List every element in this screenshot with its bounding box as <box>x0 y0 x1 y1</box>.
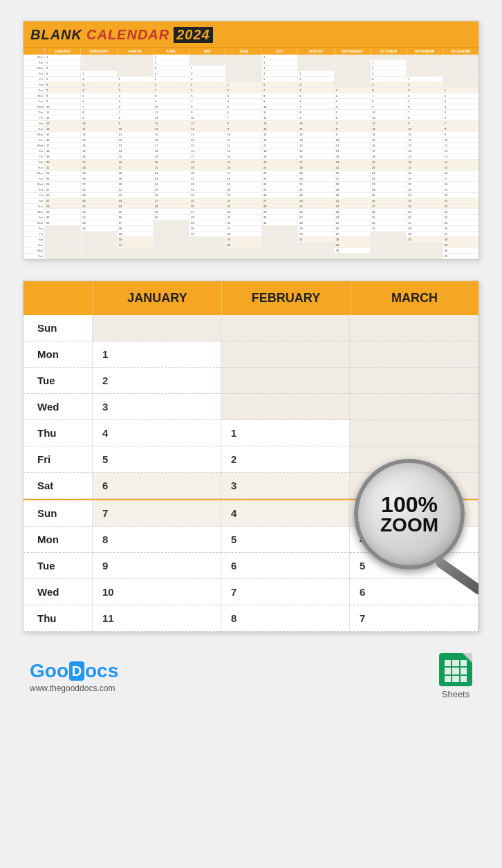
top-day-cell: 8 <box>44 93 80 99</box>
top-day-cell: 10 <box>225 132 261 138</box>
top-day-cell: 14 <box>117 149 153 154</box>
top-day-cell: 20 <box>443 193 478 198</box>
top-day-label: Sat <box>24 160 44 165</box>
zoom-day-label: Wed <box>24 394 93 420</box>
top-day-cell <box>153 248 189 254</box>
magnifier-circle: 100% ZOOM <box>354 459 465 569</box>
top-day-cell: 7 <box>370 93 406 99</box>
top-day-cell: 30 <box>443 248 478 254</box>
top-day-cell: 24 <box>297 198 333 204</box>
top-day-cell: 20 <box>334 193 370 198</box>
top-day-cell: 15 <box>44 132 80 138</box>
top-day-cell: 25 <box>189 198 225 204</box>
top-day-cell: 11 <box>297 126 333 132</box>
top-day-cell <box>261 237 297 243</box>
top-day-cell: 15 <box>261 132 297 138</box>
top-day-cell <box>406 254 442 259</box>
top-day-cell <box>117 66 153 71</box>
grid-cell-8 <box>452 676 458 682</box>
top-day-cell: 28 <box>443 237 478 243</box>
top-day-cell <box>334 71 370 77</box>
top-day-cell <box>153 232 189 237</box>
top-day-cell: 29 <box>44 209 80 215</box>
top-day-cell: 4 <box>297 88 333 93</box>
top-day-cell: 20 <box>44 160 80 165</box>
top-day-cell: 25 <box>334 220 370 226</box>
top-day-cell: 10 <box>189 115 225 121</box>
top-day-cell <box>334 55 370 60</box>
top-day-cell: 25 <box>370 193 406 198</box>
top-day-cell: 26 <box>153 193 189 198</box>
zoom-header: JANUARY FEBRUARY MARCH <box>24 281 478 315</box>
top-day-cell <box>44 237 80 243</box>
top-day-cell <box>189 248 225 254</box>
top-day-label: Fri <box>24 154 44 160</box>
zoom-day-label: Mon <box>24 527 93 553</box>
top-day-cell: 29 <box>153 209 189 215</box>
zoom-day-label: Sun <box>24 499 93 527</box>
top-day-cell: 21 <box>80 182 116 187</box>
top-day-cell: 25 <box>80 204 116 209</box>
top-day-cell: 26 <box>117 215 153 220</box>
top-day-cell <box>406 66 442 71</box>
zoom-cell <box>350 394 478 420</box>
top-day-cell: 10 <box>261 104 297 110</box>
zoom-day-label: Thu <box>24 420 93 446</box>
top-day-cell: 8 <box>334 126 370 132</box>
top-day-cell: 4 <box>334 104 370 110</box>
top-day-cell: 11 <box>80 126 116 132</box>
top-day-cell: 12 <box>225 143 261 149</box>
top-day-cell: 31 <box>443 254 478 259</box>
top-day-cell: 28 <box>297 220 333 226</box>
top-day-cell: 25 <box>225 215 261 220</box>
top-day-cell: 6 <box>261 82 297 88</box>
top-day-cell: 2 <box>406 82 442 88</box>
top-day-cell: 4 <box>44 71 80 77</box>
top-day-cell: 2 <box>443 93 478 99</box>
top-day-cell: 24 <box>225 209 261 215</box>
top-day-cell: 13 <box>44 121 80 126</box>
gooddocs-logo: Goo D ocs <box>30 660 118 682</box>
top-day-cell: 7 <box>117 110 153 115</box>
top-day-cell: 29 <box>80 226 116 232</box>
top-day-label: Fri <box>24 115 44 121</box>
top-day-cell: 5 <box>443 110 478 115</box>
top-day-cell: 21 <box>370 171 406 176</box>
top-day-cell: 19 <box>406 176 442 182</box>
top-day-cell: 20 <box>261 160 297 165</box>
top-day-cell: 21 <box>117 187 153 193</box>
top-day-cell <box>117 254 153 259</box>
top-day-cell: 7 <box>406 110 442 115</box>
top-day-cell: 16 <box>117 160 153 165</box>
top-day-cell: 24 <box>370 187 406 193</box>
top-day-cell <box>334 60 370 66</box>
top-day-cell <box>443 55 478 60</box>
top-day-cell: 3 <box>225 93 261 99</box>
top-day-cell: 15 <box>225 160 261 165</box>
top-day-cell: 15 <box>297 149 333 154</box>
top-day-cell: 13 <box>80 138 116 143</box>
top-day-cell: 26 <box>370 198 406 204</box>
top-day-cell: 13 <box>225 149 261 154</box>
top-day-cell: 19 <box>334 187 370 193</box>
top-day-cell: 28 <box>44 204 80 209</box>
top-day-label: Thu <box>24 71 44 77</box>
top-day-cell: 18 <box>443 182 478 187</box>
top-day-cell: 5 <box>189 88 225 93</box>
top-day-cell: 28 <box>370 209 406 215</box>
month-aug: AUGUST <box>297 48 333 55</box>
top-day-cell: 8 <box>406 115 442 121</box>
top-day-cell: 27 <box>225 226 261 232</box>
top-day-label: Tue <box>24 254 44 259</box>
top-day-cell <box>297 243 333 248</box>
top-day-cell: 22 <box>117 193 153 198</box>
top-day-cell: 30 <box>189 226 225 232</box>
top-day-cell <box>80 243 116 248</box>
top-day-cell: 8 <box>117 115 153 121</box>
zh-march: MARCH <box>350 281 478 315</box>
top-day-cell: 31 <box>117 243 153 248</box>
top-day-cell: 29 <box>189 220 225 226</box>
top-day-cell: 27 <box>117 220 153 226</box>
top-day-cell: 14 <box>261 126 297 132</box>
top-day-cell: 28 <box>80 220 116 226</box>
